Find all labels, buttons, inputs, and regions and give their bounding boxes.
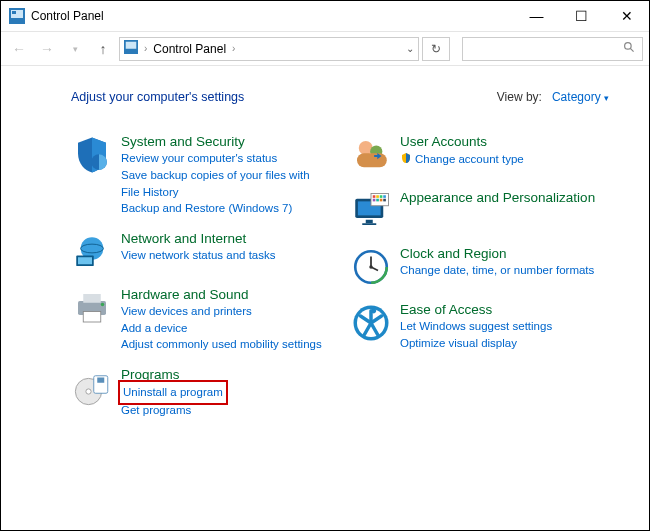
- svg-rect-13: [83, 294, 101, 303]
- sublink-review-status[interactable]: Review your computer's status: [121, 150, 330, 167]
- sublink-mobility-settings[interactable]: Adjust commonly used mobility settings: [121, 336, 322, 353]
- sublink-optimize-display[interactable]: Optimize visual display: [400, 335, 552, 352]
- category-link-programs[interactable]: Programs: [121, 367, 225, 383]
- svg-rect-25: [366, 220, 373, 224]
- category-network-internet: Network and Internet View network status…: [71, 231, 330, 273]
- sublink-uninstall-program[interactable]: Uninstall a program: [121, 383, 225, 402]
- category-hardware-sound: Hardware and Sound View devices and prin…: [71, 287, 330, 353]
- sublink-change-account-type[interactable]: Change account type: [415, 151, 524, 168]
- category-link-user-accounts[interactable]: User Accounts: [400, 134, 524, 150]
- refresh-button[interactable]: ↻: [422, 37, 450, 61]
- control-panel-small-icon: [124, 40, 138, 57]
- category-link-appearance[interactable]: Appearance and Personalization: [400, 190, 595, 206]
- svg-rect-35: [383, 199, 386, 202]
- shield-icon: [71, 134, 113, 176]
- sublink-suggest-settings[interactable]: Let Windows suggest settings: [400, 318, 552, 335]
- column-right: User Accounts Change account type Appear…: [350, 134, 609, 419]
- svg-rect-22: [357, 153, 387, 167]
- minimize-button[interactable]: —: [514, 1, 559, 31]
- close-button[interactable]: ✕: [604, 1, 649, 31]
- ease-of-access-icon: [350, 302, 392, 344]
- sublink-file-history[interactable]: Save backup copies of your files with Fi…: [121, 167, 330, 200]
- network-icon: [71, 231, 113, 273]
- address-bar[interactable]: › Control Panel › ⌄: [119, 37, 419, 61]
- control-panel-app-icon: [9, 8, 25, 24]
- svg-rect-28: [373, 195, 376, 198]
- svg-rect-29: [376, 195, 379, 198]
- category-user-accounts: User Accounts Change account type: [350, 134, 609, 176]
- window-title: Control Panel: [31, 9, 514, 23]
- category-link-ease-of-access[interactable]: Ease of Access: [400, 302, 552, 318]
- view-by-control[interactable]: View by: Category ▾: [497, 90, 609, 104]
- svg-rect-4: [126, 42, 137, 49]
- sublink-network-status[interactable]: View network status and tasks: [121, 247, 275, 264]
- clock-icon: [350, 246, 392, 288]
- category-clock-region: Clock and Region Change date, time, or n…: [350, 246, 609, 288]
- view-by-label: View by:: [497, 90, 542, 104]
- search-icon: [623, 40, 636, 58]
- category-link-system-security[interactable]: System and Security: [121, 134, 330, 150]
- sublink-get-programs[interactable]: Get programs: [121, 402, 225, 419]
- category-ease-of-access: Ease of Access Let Windows suggest setti…: [350, 302, 609, 352]
- svg-rect-2: [12, 11, 16, 14]
- content-area: Adjust your computer's settings View by:…: [1, 66, 649, 530]
- disc-icon: [71, 367, 113, 409]
- svg-rect-14: [83, 311, 101, 322]
- svg-point-40: [369, 265, 373, 269]
- monitor-icon: [350, 190, 392, 232]
- breadcrumb-sep-icon: ›: [232, 43, 235, 54]
- svg-rect-19: [97, 378, 104, 383]
- column-left: System and Security Review your computer…: [71, 134, 330, 419]
- category-programs: Programs Uninstall a program Get program…: [71, 367, 330, 419]
- svg-rect-30: [380, 195, 383, 198]
- recent-dropdown[interactable]: ▾: [63, 37, 87, 61]
- printer-icon: [71, 287, 113, 329]
- svg-point-5: [625, 42, 632, 49]
- toolbar: ← → ▾ ↑ › Control Panel › ⌄ ↻: [1, 31, 649, 66]
- maximize-button[interactable]: ☐: [559, 1, 604, 31]
- breadcrumb-item[interactable]: Control Panel: [153, 42, 226, 56]
- category-appearance: Appearance and Personalization: [350, 190, 609, 232]
- sublink-devices-printers[interactable]: View devices and printers: [121, 303, 322, 320]
- svg-rect-31: [383, 195, 386, 198]
- svg-point-17: [86, 389, 91, 394]
- svg-line-6: [630, 48, 633, 51]
- svg-point-15: [101, 303, 105, 307]
- svg-rect-26: [362, 223, 376, 225]
- shield-small-icon: [400, 150, 412, 168]
- svg-rect-33: [376, 199, 379, 202]
- sublink-date-time-formats[interactable]: Change date, time, or number formats: [400, 262, 594, 279]
- sublink-add-device[interactable]: Add a device: [121, 320, 322, 337]
- forward-button[interactable]: →: [35, 37, 59, 61]
- title-bar: Control Panel — ☐ ✕: [1, 1, 649, 31]
- chevron-down-icon: ▾: [604, 93, 609, 103]
- search-input[interactable]: [462, 37, 643, 61]
- category-link-clock-region[interactable]: Clock and Region: [400, 246, 594, 262]
- category-link-network[interactable]: Network and Internet: [121, 231, 275, 247]
- view-by-value: Category: [552, 90, 601, 104]
- breadcrumb-sep-icon: ›: [144, 43, 147, 54]
- svg-rect-34: [380, 199, 383, 202]
- users-icon: [350, 134, 392, 176]
- address-dropdown-icon[interactable]: ⌄: [406, 43, 414, 54]
- svg-rect-11: [78, 257, 92, 264]
- category-system-security: System and Security Review your computer…: [71, 134, 330, 217]
- category-link-hardware[interactable]: Hardware and Sound: [121, 287, 322, 303]
- svg-rect-32: [373, 199, 376, 202]
- up-button[interactable]: ↑: [91, 37, 115, 61]
- back-button[interactable]: ←: [7, 37, 31, 61]
- sublink-backup-restore[interactable]: Backup and Restore (Windows 7): [121, 200, 330, 217]
